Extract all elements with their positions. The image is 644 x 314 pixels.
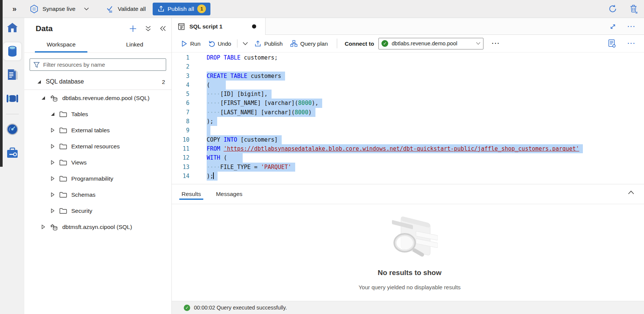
expanded-twisty-icon[interactable] — [41, 96, 46, 100]
tree-item-count: 2 — [162, 79, 165, 85]
code-line-7[interactable]: 7····[LAST_NAME] [varchar](8000) — [172, 108, 644, 117]
code-line-12[interactable]: 12WITH ( — [172, 153, 644, 162]
line-content: CREATE TABLE customers — [207, 72, 285, 81]
line-number: 6 — [172, 99, 189, 108]
expand-menu-icon[interactable]: » — [12, 4, 16, 13]
expanded-twisty-icon[interactable] — [36, 80, 42, 84]
hub-integrate[interactable] — [3, 90, 21, 108]
collapsed-twisty-icon[interactable] — [41, 224, 46, 229]
code-line-5[interactable]: 5····[ID] [bigint], — [172, 90, 644, 99]
hub-home[interactable] — [3, 19, 21, 37]
tree-item-programmability[interactable]: Programmability — [24, 170, 171, 187]
line-content: COPY INTO [customers] — [207, 135, 282, 144]
commands-more-ellipsis-icon[interactable]: ··· — [627, 40, 636, 47]
code-line-14[interactable]: 14); — [172, 172, 644, 181]
line-number: 4 — [172, 81, 189, 90]
unsaved-changes-dot — [252, 24, 256, 28]
line-number: 2 — [172, 62, 189, 71]
code-line-9[interactable]: 9 — [172, 126, 644, 135]
integrate-pipeline-icon — [6, 94, 19, 103]
code-line-2[interactable]: 2 — [172, 62, 644, 71]
hub-monitor[interactable] — [3, 120, 21, 138]
expanded-twisty-icon[interactable] — [50, 112, 55, 116]
toolbar-more-ellipsis-icon[interactable]: ··· — [492, 40, 500, 47]
code-line-13[interactable]: 13····FILE_TYPE = 'PARQUET' — [172, 163, 644, 172]
publish-label: Publish — [264, 40, 282, 47]
tree-item-tables[interactable]: Tables — [24, 106, 171, 122]
tree-item-schemas[interactable]: Schemas — [24, 187, 171, 203]
line-number: 7 — [172, 108, 189, 117]
data-panel: Data Workspace Linked Filter resourc — [24, 18, 172, 314]
tree-item-sql-database[interactable]: SQL database2 — [24, 74, 171, 90]
validate-all-button[interactable]: Validate all — [106, 5, 146, 13]
mode-selector[interactable]: Synapse live — [30, 4, 89, 13]
publish-all-button[interactable]: Publish all 1 — [153, 3, 211, 15]
tree-item-label: Views — [71, 159, 87, 166]
publish-icon — [255, 40, 261, 47]
undo-button[interactable]: Undo — [204, 37, 235, 49]
code-line-4[interactable]: 4( — [172, 81, 644, 90]
run-button[interactable]: Run — [178, 37, 204, 49]
tree-item-views[interactable]: Views — [24, 154, 171, 170]
data-panel-tabs: Workspace Linked — [24, 37, 171, 53]
tab-sql-script-1[interactable]: SQL script 1 — [172, 18, 266, 35]
collapse-panel-icon[interactable] — [159, 25, 166, 31]
toolbar-separator — [337, 39, 337, 48]
folder-icon — [59, 208, 67, 214]
hub-develop[interactable] — [3, 66, 21, 84]
discard-trash-icon[interactable] — [630, 4, 638, 13]
query-plan-button[interactable]: Query plan — [287, 37, 332, 49]
data-database-icon — [7, 45, 18, 57]
chevron-up-icon[interactable] — [628, 190, 634, 194]
sql-code-editor[interactable]: 1DROP TABLE customers;23CREATE TABLE cus… — [172, 52, 644, 184]
add-plus-icon[interactable] — [129, 25, 137, 33]
code-line-11[interactable]: 11FROM 'https://dbtlabsynapsedatalake.bl… — [172, 144, 644, 153]
folder-icon — [59, 159, 67, 166]
publish-all-label: Publish all — [168, 6, 194, 12]
collapsed-twisty-icon[interactable] — [50, 144, 55, 149]
text-cursor — [213, 172, 214, 179]
expand-editor-icon[interactable] — [609, 23, 616, 30]
hub-manage[interactable] — [3, 144, 21, 162]
tree-item-external-tables[interactable]: External tables — [24, 122, 171, 138]
run-options-chevron[interactable] — [240, 42, 251, 45]
resource-tree: SQL database2dbtlabs.revenue.demo.pool (… — [24, 74, 171, 235]
folder-icon — [59, 143, 67, 150]
code-line-1[interactable]: 1DROP TABLE customers; — [172, 53, 644, 62]
code-line-6[interactable]: 6····[FIRST_NAME] [varchar](8000), — [172, 99, 644, 108]
rail-divider — [6, 114, 19, 114]
tree-item-label: External tables — [71, 127, 110, 134]
editor-tab-title: SQL script 1 — [189, 23, 222, 30]
tree-item-external-resources[interactable]: External resources — [24, 138, 171, 154]
collapsed-twisty-icon[interactable] — [50, 128, 55, 133]
publish-button[interactable]: Publish — [251, 37, 286, 49]
undo-icon — [208, 40, 215, 47]
tree-item-dbtlabs-revenue-demo-pool-sql-[interactable]: dbtlabs.revenue.demo.pool (SQL) — [24, 90, 171, 106]
refresh-icon[interactable] — [608, 4, 617, 13]
tab-workspace[interactable]: Workspace — [24, 37, 98, 52]
filter-placeholder: Filter resources by name — [43, 61, 105, 68]
hub-data[interactable] — [3, 42, 21, 60]
code-line-10[interactable]: 10COPY INTO [customers] — [172, 135, 644, 144]
collapse-all-icon[interactable] — [145, 25, 151, 32]
tab-results[interactable]: Results — [181, 185, 202, 203]
sql-script-icon — [178, 22, 185, 31]
tab-messages[interactable]: Messages — [215, 185, 243, 203]
tree-item-dbtmsft-azsyn-cipool-sql-[interactable]: dbtmsft.azsyn.cipool (SQL) — [24, 219, 171, 235]
connect-to-pool-dropdown[interactable]: ✓ dbtlabs.revenue.demo.pool — [378, 38, 483, 49]
collapsed-twisty-icon[interactable] — [50, 160, 55, 165]
filter-resources-input[interactable]: Filter resources by name — [30, 58, 166, 71]
tab-linked[interactable]: Linked — [98, 37, 171, 52]
tree-item-label: External resources — [71, 143, 120, 150]
code-line-8[interactable]: 8); — [172, 117, 644, 126]
connected-check-icon: ✓ — [381, 40, 388, 47]
tab-more-ellipsis-icon[interactable]: ··· — [627, 23, 636, 30]
tree-item-label: SQL database — [46, 78, 84, 85]
properties-icon[interactable] — [608, 39, 616, 48]
collapsed-twisty-icon[interactable] — [50, 208, 55, 213]
collapsed-twisty-icon[interactable] — [50, 176, 55, 181]
code-line-3[interactable]: 3CREATE TABLE customers — [172, 72, 644, 81]
no-results-illustration — [381, 213, 438, 262]
tree-item-security[interactable]: Security — [24, 203, 171, 219]
collapsed-twisty-icon[interactable] — [50, 192, 55, 197]
